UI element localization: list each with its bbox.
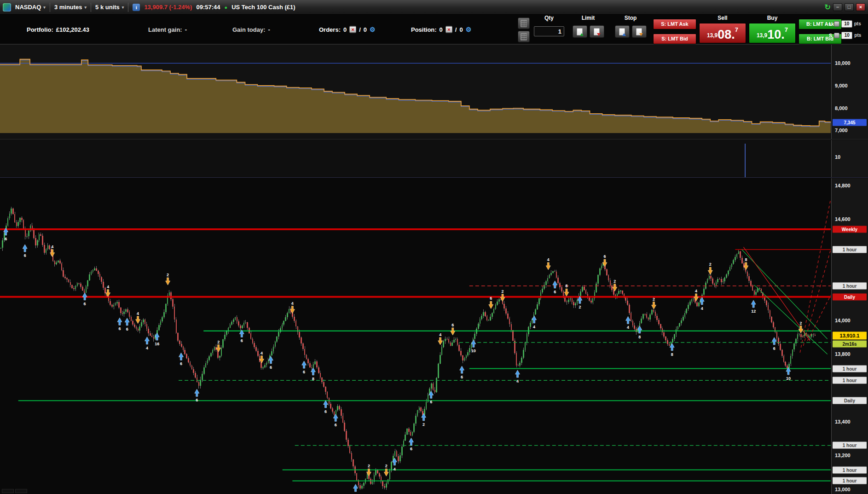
sell-lmt-column: S: LMT Ask S: LMT Bid bbox=[653, 15, 696, 44]
svg-text:4: 4 bbox=[291, 301, 294, 306]
svg-text:6: 6 bbox=[430, 400, 432, 404]
buy-marker-icon: 6 bbox=[239, 330, 244, 343]
position-history-pane[interactable]: 1050 bbox=[0, 140, 868, 178]
buy-marker-icon: 10 bbox=[353, 484, 358, 494]
separator bbox=[91, 3, 91, 12]
equity-value-tag: 7,345 bbox=[833, 119, 867, 126]
sell-column: Sell 13,9 08. 7 bbox=[699, 15, 746, 44]
sync-icon[interactable]: ↻ bbox=[825, 4, 831, 11]
close-button[interactable]: × bbox=[856, 3, 865, 11]
level-tag-1-hour[interactable]: 1 hour bbox=[833, 442, 867, 449]
keypad-button[interactable] bbox=[518, 31, 530, 42]
buy-marker-icon: 6 bbox=[553, 281, 557, 294]
close-position-icon[interactable]: × bbox=[446, 26, 452, 33]
stop-up-doc-icon bbox=[619, 28, 625, 35]
sell-lmt-bid-button[interactable]: S: LMT Bid bbox=[653, 34, 696, 44]
long-checkbox[interactable] bbox=[834, 21, 839, 27]
svg-text:16: 16 bbox=[155, 342, 159, 346]
level-tag-daily[interactable]: Daily bbox=[833, 397, 867, 404]
limit-order-down-button[interactable] bbox=[590, 25, 604, 38]
buy-column: Buy 13,9 10. 7 bbox=[749, 15, 796, 44]
svg-text:4: 4 bbox=[51, 244, 53, 249]
position-settings-icon[interactable]: ⚙ bbox=[466, 26, 472, 33]
cancel-orders-icon[interactable]: × bbox=[349, 26, 356, 33]
portfolio-value: £102,202.43 bbox=[56, 26, 89, 33]
buy-marker-icon: 4 bbox=[515, 370, 520, 384]
sell-lmt-ask-button[interactable]: S: LMT Ask bbox=[653, 19, 696, 29]
svg-text:6: 6 bbox=[604, 254, 606, 259]
orders-count: 0 bbox=[343, 26, 347, 33]
buy-marker-icon: 6 bbox=[82, 293, 87, 306]
partial-tab[interactable] bbox=[2, 489, 14, 493]
qty-input[interactable] bbox=[534, 26, 564, 36]
sell-marker-icon: 4 bbox=[546, 257, 550, 270]
latent-gain-label: Latent gain: bbox=[148, 26, 182, 33]
units-dropdown[interactable]: 5 k units ▾ bbox=[95, 4, 124, 11]
short-checkbox[interactable] bbox=[834, 33, 839, 38]
keypad-icon bbox=[521, 33, 527, 41]
svg-text:10: 10 bbox=[786, 376, 791, 381]
sell-price-button[interactable]: 13,9 08. 7 bbox=[699, 23, 746, 43]
svg-text:8: 8 bbox=[638, 335, 641, 339]
restore-button[interactable]: □ bbox=[845, 3, 854, 11]
svg-text:2: 2 bbox=[217, 340, 220, 344]
level-tag-1-hour[interactable]: 1 hour bbox=[833, 246, 867, 253]
level-tag-1-hour[interactable]: 1 hour bbox=[833, 282, 867, 289]
buy-price-button[interactable]: 13,9 10. 7 bbox=[749, 23, 796, 43]
svg-text:6: 6 bbox=[84, 302, 86, 306]
sell-price-prefix: 13,9 bbox=[707, 32, 718, 39]
svg-text:2: 2 bbox=[709, 262, 712, 267]
svg-text:6: 6 bbox=[196, 398, 198, 402]
equity-axis-tick: 7,000 bbox=[835, 128, 848, 133]
price-axis-tick: 14,000 bbox=[835, 318, 851, 323]
svg-text:6: 6 bbox=[451, 323, 454, 327]
svg-text:6: 6 bbox=[335, 423, 337, 427]
equity-curve-pane[interactable]: 10,0009,0008,0007,0007,345 bbox=[0, 44, 868, 139]
symbol-dropdown[interactable]: NASDAQ ▾ bbox=[15, 4, 46, 11]
svg-text:6: 6 bbox=[554, 290, 556, 294]
stop-order-down-button[interactable] bbox=[632, 25, 647, 38]
limit-column: Limit bbox=[568, 15, 608, 44]
timeframe-dropdown[interactable]: 3 minutes ▾ bbox=[54, 4, 87, 11]
buy-marker-icon: 4 bbox=[145, 337, 149, 350]
buy-marker-icon: 2 bbox=[422, 413, 426, 427]
long-pts-value[interactable]: 10 bbox=[841, 20, 852, 28]
buy-marker-icon: 6 bbox=[302, 361, 307, 374]
candlestick-chart-canvas[interactable]: 6646466441626626464686610224626466106244… bbox=[0, 178, 831, 494]
gain-today-value: - bbox=[268, 26, 270, 33]
level-tag-1-hour[interactable]: 1 hour bbox=[833, 477, 867, 484]
partial-tab[interactable] bbox=[15, 489, 27, 493]
sell-marker-icon: 4 bbox=[694, 289, 699, 301]
short-pts-value[interactable]: 10 bbox=[841, 32, 852, 39]
svg-text:6: 6 bbox=[270, 365, 272, 370]
sell-price-big: 08. bbox=[718, 29, 735, 41]
svg-text:6: 6 bbox=[180, 361, 182, 366]
equity-chart-canvas[interactable] bbox=[0, 45, 831, 139]
stop-header: Stop bbox=[625, 15, 637, 22]
buy-marker-icon: 6 bbox=[179, 353, 183, 366]
svg-text:8: 8 bbox=[566, 284, 568, 288]
sell-marker-icon: 2 bbox=[652, 297, 656, 309]
buy-price-prefix: 13,9 bbox=[757, 32, 767, 39]
candlestick-chart-pane[interactable]: 6646466441626626464686610224626466106244… bbox=[0, 178, 868, 494]
trading-platform-window: NASDAQ ▾ 3 minutes ▾ 5 k units ▾ i 13,90… bbox=[0, 0, 868, 494]
level-tag-1-hour[interactable]: 1 hour bbox=[833, 365, 867, 372]
svg-text:4: 4 bbox=[137, 311, 139, 316]
info-icon[interactable]: i bbox=[133, 4, 140, 11]
stop-order-up-button[interactable] bbox=[615, 25, 630, 38]
position-chart-canvas[interactable] bbox=[0, 140, 831, 178]
qty-header: Qty bbox=[544, 15, 554, 22]
level-tag-1-hour[interactable]: 1 hour bbox=[833, 377, 867, 384]
svg-text:2: 2 bbox=[167, 273, 169, 277]
sell-marker-icon: 2 bbox=[613, 279, 617, 291]
svg-text:8: 8 bbox=[312, 377, 314, 381]
gain-today-label: Gain today: bbox=[232, 26, 266, 33]
svg-text:4: 4 bbox=[393, 467, 396, 471]
level-tag-1-hour[interactable]: 1 hour bbox=[833, 466, 867, 473]
level-tag-daily[interactable]: Daily bbox=[833, 293, 867, 300]
limit-order-up-button[interactable] bbox=[573, 25, 587, 38]
minimize-button[interactable]: – bbox=[833, 3, 842, 11]
orders-settings-icon[interactable]: ⚙ bbox=[370, 26, 376, 33]
calculator-button[interactable] bbox=[518, 17, 530, 29]
level-tag-weekly[interactable]: Weekly bbox=[833, 226, 867, 233]
